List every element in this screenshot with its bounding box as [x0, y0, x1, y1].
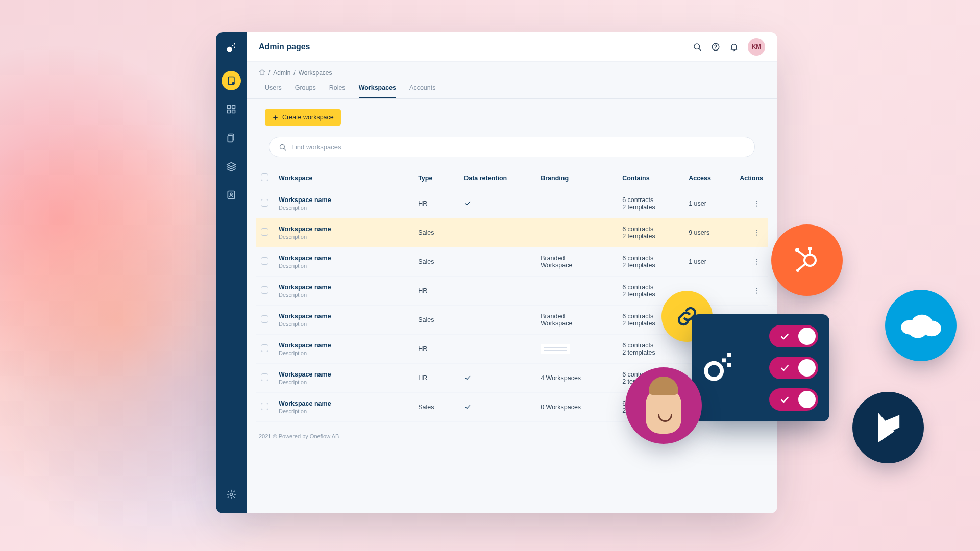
avatar[interactable]: KM — [748, 38, 765, 56]
home-icon[interactable] — [259, 69, 265, 77]
row-actions-menu[interactable] — [751, 197, 763, 210]
salesforce-icon — [885, 290, 957, 361]
tab-roles[interactable]: Roles — [329, 84, 346, 98]
tabs: Users Groups Roles Workspaces Accounts — [247, 77, 777, 99]
svg-line-17 — [699, 48, 700, 50]
cell-branding: 0 Workspaces — [535, 393, 617, 422]
svg-point-14 — [230, 193, 232, 195]
search-input-wrapper[interactable] — [269, 137, 755, 157]
toggle-3[interactable] — [769, 388, 818, 411]
toggle-2[interactable] — [769, 357, 818, 379]
person-avatar — [625, 367, 702, 444]
search-icon[interactable] — [693, 42, 702, 52]
row-actions-menu[interactable] — [751, 285, 763, 297]
svg-point-0 — [227, 47, 232, 52]
cell-access: 9 users — [683, 218, 734, 247]
col-actions: Actions — [734, 167, 768, 189]
cell-retention: — — [459, 306, 535, 335]
svg-rect-7 — [232, 106, 235, 109]
row-checkbox[interactable] — [261, 403, 268, 410]
svg-rect-3 — [234, 47, 235, 48]
magnifier-icon — [279, 143, 286, 151]
col-access: Access — [683, 167, 734, 189]
cell-retention — [459, 393, 535, 422]
workspace-name: Workspace name — [279, 371, 408, 378]
cell-branding: 4 Workspaces — [535, 364, 617, 393]
cell-retention — [459, 189, 535, 218]
cell-type: HR — [413, 364, 459, 393]
tab-accounts[interactable]: Accounts — [409, 84, 435, 98]
svg-point-29 — [756, 235, 757, 236]
row-checkbox[interactable] — [261, 344, 268, 352]
cell-type: HR — [413, 335, 459, 364]
workspace-name: Workspace name — [279, 284, 408, 291]
svg-point-33 — [756, 288, 757, 289]
row-actions-menu[interactable] — [751, 256, 763, 268]
cell-type: Sales — [413, 218, 459, 247]
bell-icon[interactable] — [729, 42, 739, 52]
cell-branding: — — [535, 189, 617, 218]
tab-workspaces[interactable]: Workspaces — [359, 84, 396, 98]
svg-point-30 — [756, 259, 757, 260]
cell-branding: — — [535, 218, 617, 247]
cell-branding: BrandedWorkspace — [535, 247, 617, 277]
row-checkbox[interactable] — [261, 373, 268, 381]
row-actions-menu[interactable] — [751, 227, 763, 239]
table-row[interactable]: Workspace nameDescriptionSales——6 contra… — [256, 218, 768, 247]
row-checkbox[interactable] — [261, 228, 268, 236]
svg-rect-54 — [808, 247, 812, 250]
table-row[interactable]: Workspace nameDescriptionHR—6 contracts2… — [256, 189, 768, 218]
svg-point-15 — [230, 493, 233, 496]
workspace-name: Workspace name — [279, 226, 408, 233]
breadcrumb-workspaces[interactable]: Workspaces — [299, 69, 332, 77]
cell-branding — [535, 335, 617, 364]
cell-contains: 6 contracts2 templates — [617, 189, 683, 218]
select-all-checkbox[interactable] — [261, 173, 268, 181]
toggle-card — [692, 314, 829, 421]
sidebar-documents[interactable] — [222, 128, 241, 147]
tab-groups[interactable]: Groups — [295, 84, 316, 98]
row-checkbox[interactable] — [261, 315, 268, 323]
table-row[interactable]: Workspace nameDescriptionSales—BrandedWo… — [256, 247, 768, 277]
cell-retention — [459, 364, 535, 393]
svg-rect-62 — [722, 358, 726, 362]
create-workspace-button[interactable]: Create workspace — [265, 109, 341, 126]
row-checkbox[interactable] — [261, 257, 268, 265]
cell-retention: — — [459, 277, 535, 306]
svg-rect-63 — [727, 353, 731, 357]
sidebar-settings[interactable] — [222, 485, 241, 504]
svg-marker-12 — [227, 163, 236, 167]
svg-point-52 — [795, 248, 799, 252]
tab-users[interactable]: Users — [265, 84, 282, 98]
sidebar-admin[interactable] — [222, 71, 241, 90]
toggle-1[interactable] — [769, 325, 818, 347]
cell-type: Sales — [413, 306, 459, 335]
sidebar-dashboard[interactable] — [222, 99, 241, 119]
footer-text: 2021 © Powered by Oneflow AB — [247, 422, 777, 450]
workspace-name: Workspace name — [279, 196, 408, 204]
search-input[interactable] — [291, 143, 745, 151]
svg-point-32 — [756, 264, 757, 265]
sidebar-layers[interactable] — [222, 157, 241, 176]
cell-branding: — — [535, 277, 617, 306]
svg-rect-8 — [228, 110, 231, 113]
sidebar-contacts[interactable] — [222, 185, 241, 205]
help-icon[interactable] — [711, 42, 720, 52]
cell-type: Sales — [413, 393, 459, 422]
app-window: Admin pages KM / Admin / Workspaces User… — [216, 32, 777, 513]
workspace-name: Workspace name — [279, 255, 408, 262]
workspace-name: Workspace name — [279, 400, 408, 407]
row-checkbox[interactable] — [261, 286, 268, 294]
branding-thumb — [541, 344, 570, 354]
cell-access: 1 user — [683, 247, 734, 277]
row-checkbox[interactable] — [261, 199, 268, 207]
workspace-name: Workspace name — [279, 313, 408, 320]
dynamics-icon — [852, 392, 924, 463]
svg-point-61 — [706, 363, 722, 379]
breadcrumb-admin[interactable]: Admin — [273, 69, 290, 77]
svg-point-28 — [756, 232, 757, 233]
col-contains: Contains — [617, 167, 683, 189]
plus-icon — [272, 114, 279, 121]
svg-rect-6 — [228, 106, 231, 109]
svg-rect-9 — [232, 110, 235, 113]
